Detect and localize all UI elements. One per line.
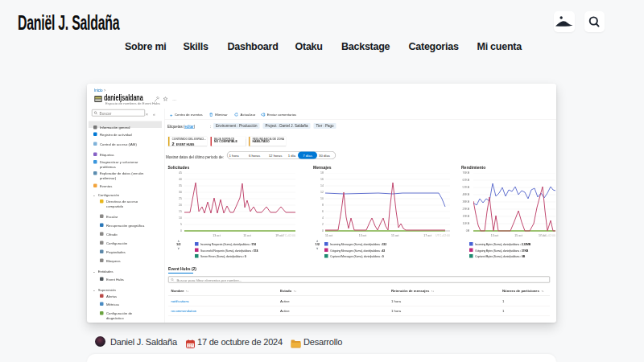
svg-text:…: … [172, 97, 177, 101]
